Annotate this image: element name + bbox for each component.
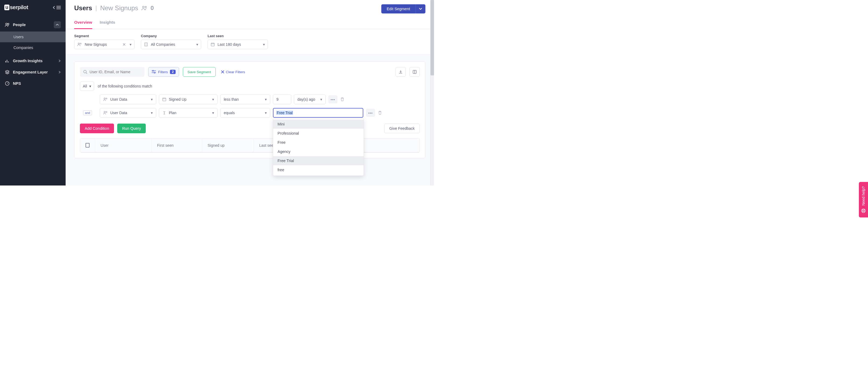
svg-point-6 <box>80 43 81 44</box>
caret-down-icon: ▾ <box>265 111 267 115</box>
lastseen-select[interactable]: Last 180 days ▾ <box>208 39 268 49</box>
sidebar-label-engagement: Engagement Layer <box>13 70 48 74</box>
main-content: Users | New Signups 0 Edit Segment Overv… <box>66 0 434 186</box>
tab-insights[interactable]: Insights <box>100 20 115 29</box>
logo-badge: u <box>4 5 9 10</box>
company-select[interactable]: All Companies ▾ <box>141 39 201 49</box>
clear-segment-icon[interactable]: ✕ <box>121 42 127 47</box>
columns-button[interactable] <box>409 67 420 77</box>
chevron-right-icon <box>58 59 61 63</box>
rule-op-value: less than <box>224 97 239 102</box>
rule-field-value: Plan <box>169 111 176 115</box>
caret-down-icon: ▾ <box>265 97 267 102</box>
svg-point-0 <box>6 23 7 25</box>
sidebar-label-users: Users <box>13 35 24 39</box>
rule-type-value: User Data <box>110 111 127 115</box>
brand-logo: userpilot <box>4 4 28 10</box>
sidebar-item-users[interactable]: Users <box>0 31 66 42</box>
chevron-down-icon <box>419 8 422 10</box>
sidebar: userpilot People Users Companies <box>0 0 66 186</box>
rule-type-select[interactable]: User Data ▾ <box>100 108 156 118</box>
delete-rule-button[interactable] <box>340 97 344 102</box>
calendar-icon <box>211 42 215 47</box>
rule-value-combobox[interactable]: Free Trial <box>273 108 363 118</box>
filters-button[interactable]: Filters 2 <box>148 67 179 77</box>
vertical-scrollbar[interactable] <box>430 0 434 186</box>
dropdown-option-free-lc[interactable]: free <box>273 165 364 174</box>
edit-segment-dropdown-button[interactable] <box>415 4 425 13</box>
clear-filters-button[interactable]: Clear Filters <box>219 68 247 76</box>
edit-segment-button[interactable]: Edit Segment <box>381 4 415 13</box>
people-icon <box>5 22 10 27</box>
rule-unit-select[interactable]: day(s) ago ▾ <box>294 94 326 104</box>
trash-icon <box>378 111 382 115</box>
layers-icon <box>5 70 10 75</box>
delete-rule-button[interactable] <box>378 111 382 115</box>
run-query-button[interactable]: Run Query <box>117 123 146 133</box>
checkbox-icon <box>86 143 90 147</box>
tab-overview[interactable]: Overview <box>74 20 92 29</box>
people-icon <box>103 111 107 115</box>
sidebar-item-companies[interactable]: Companies <box>0 42 66 53</box>
caret-down-icon: ▾ <box>151 97 153 102</box>
sidebar-item-growth-insights[interactable]: Growth Insights <box>0 55 66 66</box>
search-input[interactable] <box>90 70 141 74</box>
lastseen-value: Last 180 days <box>218 42 260 47</box>
caret-down-icon: ▾ <box>196 42 198 47</box>
scrollbar-thumb[interactable] <box>431 0 434 76</box>
caret-down-icon: ▾ <box>212 111 214 115</box>
give-feedback-button[interactable]: Give Feedback <box>384 123 420 133</box>
dropdown-option-free[interactable]: Free <box>273 138 364 147</box>
svg-point-14 <box>106 98 107 99</box>
rule-value-input[interactable]: 9 <box>273 94 291 104</box>
collapse-sidebar-button[interactable] <box>53 6 61 9</box>
search-icon <box>83 70 87 74</box>
add-condition-button[interactable]: Add Condition <box>80 123 114 133</box>
save-segment-button[interactable]: Save Segment <box>183 67 215 77</box>
sidebar-header: userpilot <box>0 0 66 16</box>
sidebar-item-people[interactable]: People <box>0 18 66 31</box>
svg-rect-15 <box>163 98 166 101</box>
dropdown-option-professional[interactable]: Professional <box>273 129 364 138</box>
rule-operator-select[interactable]: equals ▾ <box>220 108 270 118</box>
rule-type-select[interactable]: User Data ▾ <box>100 94 156 104</box>
rule-field-select[interactable]: Signed Up ▾ <box>159 94 218 104</box>
filters-count-badge: 2 <box>170 70 176 74</box>
dropdown-option-agency[interactable]: Agency <box>273 147 364 156</box>
download-button[interactable] <box>396 67 406 77</box>
caret-down-icon: ▾ <box>89 84 91 88</box>
rule-value-text: Free Trial <box>276 111 293 115</box>
rule-field-select[interactable]: Plan ▾ <box>159 108 218 118</box>
rule-more-button[interactable]: ••• <box>328 95 338 104</box>
select-all-cell[interactable] <box>80 138 95 152</box>
building-icon <box>144 42 148 47</box>
sidebar-item-engagement-layer[interactable]: Engagement Layer <box>0 66 66 78</box>
sidebar-item-nps[interactable]: NPS <box>0 78 66 89</box>
people-icon <box>77 42 82 47</box>
match-mode-select[interactable]: All ▾ <box>80 82 94 91</box>
segment-name: New Signups <box>100 4 138 12</box>
columns-icon <box>412 70 417 74</box>
search-input-wrapper[interactable] <box>80 67 145 77</box>
caret-down-icon: ▾ <box>320 97 322 102</box>
dropdown-option-mini[interactable]: Mini <box>273 119 364 129</box>
svg-rect-8 <box>211 43 214 46</box>
table-header-row: User First seen Signed up Last seen <box>80 138 420 152</box>
dropdown-option-free-trial[interactable]: Free Trial <box>273 156 364 165</box>
rule-more-button[interactable]: ••• <box>366 109 375 117</box>
match-mode-value: All <box>83 84 87 88</box>
svg-point-16 <box>104 111 105 113</box>
chevron-right-icon <box>58 70 61 74</box>
col-signed-up[interactable]: Signed up <box>202 138 254 152</box>
bar-chart-icon <box>5 58 10 63</box>
download-icon <box>399 70 403 74</box>
segment-select[interactable]: New Signups ✕ ▾ <box>74 39 134 49</box>
svg-point-1 <box>8 23 9 25</box>
col-first-seen[interactable]: First seen <box>152 138 202 152</box>
svg-rect-7 <box>145 43 147 46</box>
col-user[interactable]: User <box>95 138 152 152</box>
calendar-icon <box>162 97 166 101</box>
caret-down-icon: ▾ <box>130 42 131 47</box>
rule-operator-select[interactable]: less than ▾ <box>220 94 270 104</box>
close-icon <box>221 70 224 74</box>
